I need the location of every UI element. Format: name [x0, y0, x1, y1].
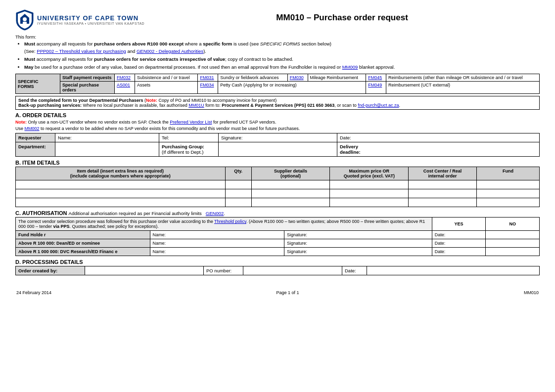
- po-number-label: PO number:: [204, 266, 243, 275]
- mm01u-link[interactable]: MM01U: [188, 103, 204, 108]
- assets-cell: Assets: [135, 82, 198, 94]
- section-a-note: Note: Only use a non-UCT vendor where no…: [15, 119, 540, 131]
- fm049-link[interactable]: FM049: [368, 83, 382, 87]
- header: UNIVERSITY OF CAPE TOWN IYUNIVESITHI YAS…: [15, 9, 540, 31]
- order-created-label: Order created by:: [16, 266, 85, 275]
- fm045-link[interactable]: FM045: [368, 75, 382, 80]
- fm049-cell: FM049: [366, 82, 386, 94]
- bullet1-specific: specific form: [203, 41, 232, 46]
- special-purchase-header: Special purchase orders: [60, 82, 115, 94]
- item-price-2: [330, 189, 409, 198]
- yes-header: YES: [432, 218, 486, 231]
- fm030-link[interactable]: FM030: [290, 75, 304, 80]
- university-subtitle: IYUNIVESITHI YASEKAPA • UNIVERSITEIT VAN…: [37, 22, 144, 25]
- ppp002-link[interactable]: PPP002 – Threshold values for purchasing: [37, 48, 126, 54]
- item-row-2: [16, 189, 540, 198]
- requester-date-cell: Date:: [337, 133, 540, 142]
- above-100k-sig: Signature:: [284, 239, 432, 248]
- staff-payment-header: Staff payment requests: [60, 74, 115, 82]
- item-price-3: [330, 198, 409, 207]
- email-link[interactable]: fnd-purch@uct.ac.za: [358, 103, 399, 108]
- col-qty: Qty.: [225, 167, 251, 180]
- fm045-cell: FM045: [366, 74, 386, 82]
- department-value-cell: [55, 142, 159, 157]
- subsistence-cell: Subsistence and / or travel: [135, 74, 198, 82]
- footer-page: Page 1 of 1: [276, 290, 299, 295]
- above-100k-label: Above R 100 000: Dean/ED or nominee: [16, 239, 150, 248]
- requester-name-cell: Name:: [55, 133, 159, 142]
- item-qty-1: [225, 180, 251, 189]
- processing-date-value: [367, 266, 540, 275]
- petty-cash-cell: Petty Cash (Applying for or increasing): [218, 82, 366, 94]
- page-title: MM010 – Purchase order request: [144, 13, 540, 23]
- section-c-subtitle: Additional authorisation required as per…: [69, 211, 225, 216]
- order-details-table: Requester Name: Tel: Signature: Date: De…: [15, 133, 540, 157]
- item-price-1: [330, 180, 409, 189]
- auth-table: The correct vendor selection procedure w…: [15, 217, 540, 256]
- fm031-cell: FM031: [198, 74, 218, 82]
- above-1m-no: [486, 248, 540, 256]
- item-row-3: [16, 198, 540, 207]
- footer: 24 February 2014 Page 1 of 1 MM010: [15, 290, 540, 295]
- item-detail-2: [16, 189, 226, 198]
- svg-point-0: [23, 17, 27, 21]
- col-fund: Fund: [476, 167, 539, 180]
- above-1m-sig: Signature:: [284, 248, 432, 256]
- no-header: NO: [486, 218, 540, 231]
- via-pps-bold: via PPS: [53, 224, 70, 229]
- above-100k-date: Date:: [432, 239, 486, 248]
- reimbursements-cell: Reimbursements (other than mileage OR su…: [386, 74, 540, 82]
- bullet3-may: May: [24, 64, 33, 70]
- auth-policy-text: The correct vendor selection procedure w…: [16, 218, 432, 231]
- bullet-2: Must accompany all requests for purchase…: [24, 56, 540, 63]
- fund-holder-no: [486, 231, 540, 239]
- section-d-title: D. PROCESSING DETAILS: [15, 259, 540, 265]
- item-row-1: [16, 180, 540, 189]
- col-max-price: Maximum price ORQuoted price (excl. VAT): [330, 167, 409, 180]
- as001-link[interactable]: AS001: [117, 83, 130, 87]
- item-detail-3: [16, 198, 226, 207]
- bullet1-italic: SPECIFIC FORMS: [260, 41, 300, 46]
- item-supplier-2: [251, 189, 330, 198]
- intro-bullets: Must accompany all requests for purchase…: [24, 41, 540, 71]
- bullet-1: Must accompany all requests for purchase…: [24, 41, 540, 55]
- purchasing-group-cell: Purchasing Group: (If different to Dept.…: [159, 142, 219, 157]
- item-supplier-3: [251, 198, 330, 207]
- bullet2-bold: purchase orders for service contracts ir…: [94, 56, 225, 62]
- purchasing-group-label: Purchasing Group:: [162, 144, 204, 149]
- logo-area: UNIVERSITY OF CAPE TOWN IYUNIVESITHI YAS…: [15, 9, 144, 31]
- send-note-red: Note:: [146, 98, 157, 103]
- gen002-auth-link[interactable]: GEN002: [206, 211, 224, 216]
- footer-date: 24 February 2014: [16, 290, 51, 295]
- preferred-vendor-link[interactable]: Preferred Vendor List: [170, 120, 212, 125]
- item-cost-1: [409, 180, 477, 189]
- processing-date-label: Date:: [342, 266, 367, 275]
- requester-sig-cell: Signature:: [219, 133, 337, 142]
- item-supplier-1: [251, 180, 330, 189]
- bullet-3: May be used for a purchase order of any …: [24, 64, 540, 71]
- fund-holder-label: Fund Holde r: [16, 231, 150, 239]
- item-fund-3: [476, 198, 539, 207]
- fm034-cell: FM034: [198, 82, 218, 94]
- requester-tel-cell: Tel:: [159, 133, 219, 142]
- gen002-link[interactable]: GEN002 - Delegated Authorities: [137, 48, 203, 54]
- mm009-link[interactable]: MM009: [342, 64, 358, 70]
- col-supplier: Supplier details(optional): [251, 167, 330, 180]
- intro-section: This form: Must accompany all requests f…: [15, 34, 540, 71]
- fund-holder-name: Name:: [150, 231, 284, 239]
- item-qty-3: [225, 198, 251, 207]
- backup-label: Back-up purchasing services:: [18, 103, 82, 108]
- threshold-policy-link[interactable]: Threshold policy: [214, 219, 246, 224]
- specific-forms-table: SPECIFICFORMS Staff payment requests FM0…: [15, 74, 540, 94]
- mileage-cell: Mileage Reimbursement: [308, 74, 366, 82]
- item-cost-2: [409, 189, 477, 198]
- item-qty-2: [225, 189, 251, 198]
- fm031-link[interactable]: FM031: [200, 75, 214, 80]
- fm034-link[interactable]: FM034: [200, 83, 214, 87]
- as001-cell: AS001: [115, 82, 135, 94]
- purchasing-group-value: [219, 142, 337, 157]
- mm002-link[interactable]: MM002: [25, 126, 40, 131]
- above-100k-no: [486, 239, 540, 248]
- section-c-title: C. AUTHORISATION Additional authorisatio…: [15, 210, 540, 216]
- fm032-link[interactable]: FM032: [117, 75, 131, 80]
